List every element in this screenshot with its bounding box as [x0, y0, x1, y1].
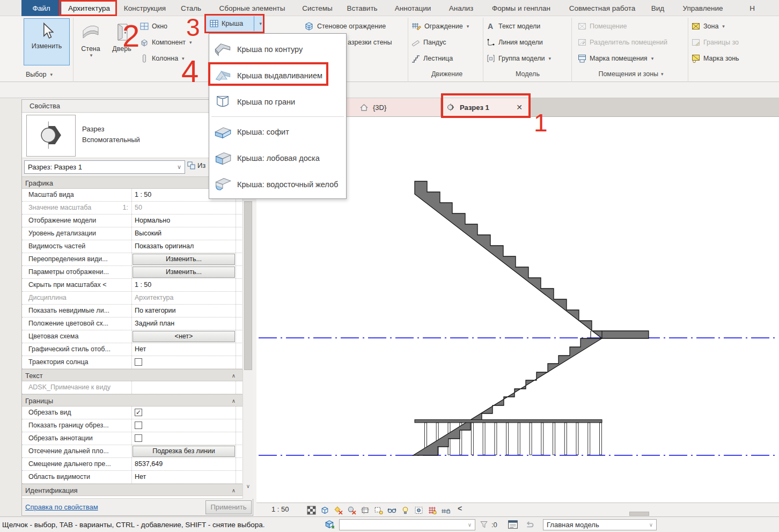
property-value[interactable] — [132, 419, 236, 432]
view-lock-icon[interactable] — [440, 505, 451, 515]
section-header-Текст[interactable]: Текст∧ — [22, 369, 243, 381]
menu-item-roof-footprint[interactable]: Крыша по контуру — [209, 36, 346, 62]
view-tab-3d[interactable]: {3D} — [347, 98, 441, 116]
ribbon-tab-Вид[interactable]: Вид — [643, 0, 672, 16]
model-text-button[interactable]: A Текст модели — [486, 20, 540, 32]
property-value[interactable]: Архитектура — [132, 292, 236, 304]
design-option-combo[interactable]: ∨ — [339, 519, 475, 530]
checkbox-unchecked[interactable] — [135, 434, 142, 442]
property-value[interactable]: По категории — [132, 305, 236, 317]
temporary-hide-isolate-icon[interactable] — [386, 505, 397, 515]
horizontal-scrollbar-thumb[interactable] — [629, 512, 649, 516]
menu-item-roof-fascia[interactable]: Крыша: лобовая доска — [209, 145, 346, 171]
properties-help-link[interactable]: Справка по свойствам — [25, 503, 98, 511]
ribbon-tab-Конструкция[interactable]: Конструкция — [117, 0, 173, 16]
zone-tag-button[interactable]: Марка зонь — [691, 53, 739, 64]
property-value[interactable]: ✓ — [132, 407, 236, 419]
property-value[interactable]: Изменить... — [132, 253, 236, 265]
property-button[interactable]: Изменить... — [133, 254, 235, 265]
active-model-combo[interactable]: Главная модель ∨ — [543, 519, 657, 530]
stair-button[interactable]: Лестница — [411, 53, 453, 64]
selection-panel-label[interactable]: Выбор▾ — [26, 69, 53, 80]
property-value[interactable]: 8537,649 — [132, 458, 236, 470]
model-line-button[interactable]: Линия модели — [486, 36, 543, 48]
ribbon-tab-Сборные элементы[interactable]: Сборные элементы — [209, 0, 295, 16]
zone-button[interactable]: Зона▾ — [691, 20, 725, 32]
property-value[interactable]: 1 : 50 — [132, 279, 236, 291]
ramp-button[interactable]: Пандус — [411, 36, 446, 48]
visual-style-icon[interactable] — [319, 505, 330, 515]
menu-item-roof-gutter[interactable]: Крыша: водосточный желоб — [209, 171, 346, 197]
property-value[interactable]: Показать оригинал — [132, 240, 236, 253]
collapse-icon[interactable]: ∧ — [232, 484, 236, 497]
property-value[interactable]: <нет> — [132, 330, 236, 343]
close-icon[interactable]: ✕ — [516, 103, 523, 112]
menu-item-roof-face[interactable]: Крыша по грани — [209, 88, 346, 115]
crop-view-icon[interactable] — [359, 505, 370, 515]
wall-reveal-button-fragment[interactable]: азрезки стены — [348, 36, 392, 48]
editor-requests-icon[interactable] — [508, 520, 518, 529]
ribbon-tab-Н[interactable]: Н — [736, 0, 768, 16]
scrollbar-thumb[interactable] — [244, 201, 252, 370]
edit-type-button-fragment[interactable]: Из — [187, 161, 205, 169]
ribbon-tab-Архитектура[interactable]: Архитектура — [61, 0, 117, 16]
wall-button[interactable]: Стена ▾ — [76, 18, 105, 70]
window-button[interactable]: Окно — [139, 20, 167, 32]
property-value[interactable]: 50 — [132, 202, 236, 214]
property-value[interactable]: Задний план — [132, 317, 236, 330]
menu-item-roof-soffit[interactable]: Крыша: софит — [209, 119, 346, 145]
worksharing-icon[interactable] — [324, 519, 336, 530]
railing-button[interactable]: Ограждение▾ — [411, 20, 469, 32]
roof-dropdown-caret[interactable]: ▾ — [259, 21, 262, 26]
viewbar-collapse-arrow[interactable]: < — [458, 504, 462, 513]
modify-button[interactable]: Изменить — [24, 18, 70, 65]
door-button[interactable]: Дверь — [107, 18, 136, 70]
view-scale[interactable]: 1 : 50 — [271, 505, 289, 513]
collapse-icon[interactable]: ∧ — [232, 370, 236, 382]
property-value[interactable]: Подрезка без линии — [132, 445, 236, 457]
property-button[interactable]: Подрезка без линии — [133, 446, 235, 457]
wall-dropdown-caret[interactable]: ▾ — [90, 53, 93, 58]
view-tab-section-1[interactable]: Разрез 1 ✕ — [441, 98, 530, 116]
roof-split-button[interactable]: Крыша ▾ — [205, 15, 264, 32]
property-value[interactable]: Нормально — [132, 215, 236, 227]
ribbon-tab-Совместная работа[interactable]: Совместная работа — [561, 0, 643, 16]
collapse-icon[interactable]: ∧ — [232, 395, 236, 407]
property-value[interactable] — [132, 432, 236, 445]
property-value[interactable]: Нет — [132, 471, 236, 483]
property-button[interactable]: <нет> — [133, 331, 235, 342]
column-button[interactable]: Колонна▾ — [139, 53, 185, 64]
shadows-off-icon[interactable] — [346, 505, 357, 515]
show-crop-region-icon[interactable] — [373, 505, 384, 515]
ribbon-tab-Сталь[interactable]: Сталь — [173, 0, 209, 16]
properties-scrollbar[interactable]: ∨ — [242, 177, 253, 499]
checkbox-unchecked[interactable] — [135, 358, 142, 366]
ribbon-tab-Анализ[interactable]: Анализ — [441, 0, 481, 16]
property-value[interactable]: Нет — [132, 343, 236, 356]
ribbon-tab-Аннотации[interactable]: Аннотации — [385, 0, 441, 16]
property-value[interactable]: Высокий — [132, 227, 236, 240]
model-group-button[interactable]: Группа модели▾ — [486, 53, 551, 64]
ribbon-tab-Формы и генплан[interactable]: Формы и генплан — [481, 0, 561, 16]
checkbox-checked[interactable]: ✓ — [135, 409, 142, 416]
room-tag-button[interactable]: Марка помещения▾ — [577, 53, 653, 64]
scrollbar-down-arrow[interactable]: ∨ — [243, 482, 253, 491]
reveal-hidden-icon[interactable] — [400, 505, 410, 515]
temporary-view-properties-icon[interactable] — [413, 505, 424, 515]
hide-analytical-icon[interactable] — [427, 505, 437, 515]
crop-size-icon[interactable] — [306, 505, 317, 515]
property-value[interactable] — [132, 356, 236, 368]
ribbon-tab-file[interactable]: Файл — [21, 0, 61, 16]
type-selector[interactable]: Разрез: Разрез 1∨ — [24, 160, 185, 174]
type-preview-image[interactable] — [26, 115, 76, 157]
section-header-Границы[interactable]: Границы∧ — [22, 394, 243, 407]
property-value[interactable] — [132, 381, 236, 394]
property-value[interactable]: Изменить... — [132, 266, 236, 278]
curtain-grid-button[interactable]: Стеновое ограждение — [304, 20, 386, 32]
menu-item-roof-extrusion[interactable]: Крыша выдавливанием — [209, 62, 346, 88]
ribbon-tab-Управление[interactable]: Управление — [672, 0, 733, 16]
filter-icon[interactable] — [480, 520, 488, 529]
ribbon-tab-Системы[interactable]: Системы — [295, 0, 340, 16]
property-button[interactable]: Изменить... — [133, 267, 235, 278]
checkbox-unchecked[interactable] — [135, 422, 142, 429]
